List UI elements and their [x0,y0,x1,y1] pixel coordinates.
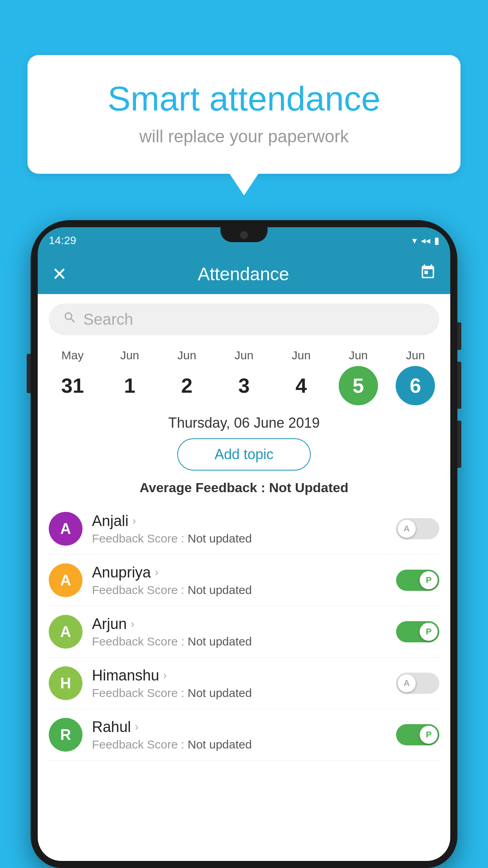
avatar: R [49,718,83,752]
toggle-knob: P [420,726,438,744]
search-bar[interactable]: Search [49,303,439,335]
cal-day-number[interactable]: 2 [167,366,207,405]
volume-button [27,354,31,393]
attendance-toggle[interactable]: A [396,518,439,539]
cal-month-label: Jun [177,349,196,362]
student-row[interactable]: AAnupriya ›Feedback Score : Not updatedP [49,555,439,606]
feedback-score: Feedback Score : Not updated [92,686,396,700]
phone-screen: ✕ Attendance Search May31Jun1Jun2Jun3Jun… [38,254,450,861]
power-button [457,322,461,350]
toggle-knob: A [398,520,416,538]
avg-feedback-label: Average Feedback : [139,480,265,495]
battery-icon: ▮ [434,235,439,246]
student-name: Anjali › [92,513,396,530]
cal-day-number[interactable]: 31 [53,366,92,405]
app-header: ✕ Attendance [38,254,450,294]
close-button[interactable]: ✕ [52,263,67,285]
volume-up-button [457,362,461,409]
cal-day-number[interactable]: 5 [339,366,378,405]
feedback-score: Feedback Score : Not updated [92,532,396,545]
calendar-day-1[interactable]: Jun1 [106,349,153,405]
selected-date: Thursday, 06 June 2019 [38,405,450,438]
phone-frame: 14:29 ▾ ◂◂ ▮ ✕ Attendance [31,220,457,868]
student-info: Anjali ›Feedback Score : Not updated [92,513,396,545]
calendar-day-31[interactable]: May31 [49,349,96,405]
student-row[interactable]: RRahul ›Feedback Score : Not updatedP [49,709,439,761]
chevron-icon: › [163,669,167,682]
avatar: H [49,666,83,700]
attendance-toggle[interactable]: P [396,570,439,591]
attendance-toggle[interactable]: P [396,724,439,745]
camera [240,231,248,239]
student-row[interactable]: AAnjali ›Feedback Score : Not updatedA [49,503,439,555]
student-info: Himanshu ›Feedback Score : Not updated [92,667,396,700]
student-name: Himanshu › [92,667,396,684]
avg-feedback-value: Not Updated [269,480,349,495]
chevron-icon: › [135,721,138,733]
cal-month-label: Jun [406,349,425,362]
student-name: Arjun › [92,616,396,633]
status-bar: 14:29 ▾ ◂◂ ▮ [38,227,450,254]
search-placeholder: Search [83,311,133,328]
cal-month-label: Jun [349,349,368,362]
calendar-day-2[interactable]: Jun2 [163,349,211,405]
avatar: A [49,615,83,649]
avatar: A [49,563,83,597]
calendar-day-3[interactable]: Jun3 [220,349,268,405]
cal-day-number[interactable]: 4 [281,366,321,405]
cal-month-label: May [61,349,84,362]
student-info: Rahul ›Feedback Score : Not updated [92,719,396,751]
avatar: A [49,512,83,546]
phone-notch [220,227,268,242]
cal-month-label: Jun [235,349,253,362]
speech-bubble-container: Smart attendance will replace your paper… [28,55,460,174]
cal-day-number[interactable]: 1 [110,366,149,405]
feedback-score: Feedback Score : Not updated [92,738,396,751]
toggle-knob: A [398,674,416,692]
cal-day-number[interactable]: 3 [224,366,264,405]
student-name: Rahul › [92,719,396,736]
calendar-day-5[interactable]: Jun5 [335,349,382,405]
student-info: Anupriya ›Feedback Score : Not updated [92,564,396,597]
search-icon [63,311,77,328]
calendar-icon[interactable] [420,264,436,284]
feedback-score: Feedback Score : Not updated [92,583,396,597]
attendance-toggle[interactable]: P [396,621,439,642]
chevron-icon: › [155,566,158,579]
cal-month-label: Jun [120,349,139,362]
toggle-knob: P [420,571,438,589]
calendar-day-6[interactable]: Jun6 [392,349,439,405]
bubble-subtitle: will replace your paperwork [55,127,433,146]
chevron-icon: › [131,618,134,630]
calendar-day-4[interactable]: Jun4 [277,349,325,405]
signal-icon: ◂◂ [421,235,430,246]
speech-bubble: Smart attendance will replace your paper… [28,55,460,174]
status-time: 14:29 [49,234,76,247]
avg-feedback: Average Feedback : Not Updated [38,480,450,495]
calendar-row: May31Jun1Jun2Jun3Jun4Jun5Jun6 [38,345,450,405]
student-row[interactable]: AArjun ›Feedback Score : Not updatedP [49,606,439,658]
feedback-score: Feedback Score : Not updated [92,635,396,648]
header-title: Attendance [198,263,289,285]
wifi-icon: ▾ [412,235,417,246]
cal-day-number[interactable]: 6 [396,366,435,405]
bubble-title: Smart attendance [55,79,433,119]
student-list: AAnjali ›Feedback Score : Not updatedAAA… [38,503,450,761]
cal-month-label: Jun [292,349,310,362]
student-info: Arjun ›Feedback Score : Not updated [92,616,396,648]
volume-down-button [457,421,461,468]
attendance-toggle[interactable]: A [396,673,439,694]
status-icons: ▾ ◂◂ ▮ [412,235,439,246]
add-topic-button[interactable]: Add topic [177,438,311,471]
student-name: Anupriya › [92,564,396,581]
toggle-knob: P [420,623,438,641]
chevron-icon: › [132,515,136,527]
student-row[interactable]: HHimanshu ›Feedback Score : Not updatedA [49,658,439,709]
